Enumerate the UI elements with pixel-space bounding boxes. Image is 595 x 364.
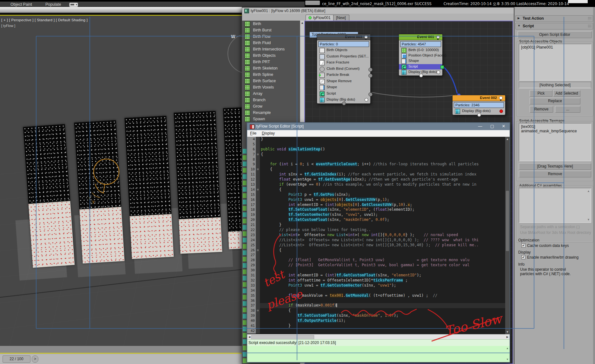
fold-marker[interactable]: ⊟ [256,152,260,157]
time-slider-frame-button[interactable]: 22 / 100 [3,355,30,363]
scroll-down-icon[interactable]: ▼ [505,330,510,334]
depot-item[interactable]: Birth Skeleton [242,65,304,71]
more-options-button[interactable]: ... [555,106,580,113]
depot-item[interactable]: Birth Burst [242,27,304,33]
event-output-port[interactable] [419,74,423,77]
rollout-test-action[interactable]: ▶ Test Action [515,15,593,22]
minimize-button[interactable]: — [475,123,486,130]
operator-row[interactable]: Shape [399,58,442,64]
operator-row[interactable]: Birth Objects [317,48,370,54]
operator-row[interactable]: Face Fracture [317,60,370,66]
fold-marker[interactable]: ⊟ [256,248,260,253]
objects-listbox[interactable]: [obj001] Plane001 [519,44,591,81]
remove-object-button[interactable]: Remove [530,106,553,113]
open-script-editor-button[interactable]: Open Script Editor [518,31,592,38]
list-item[interactable]: [obj001] Plane001 [519,44,591,50]
menu-display[interactable]: Display [262,131,275,136]
operator-output-port[interactable] [368,92,373,96]
menu-file[interactable]: File [250,131,256,136]
operator-row[interactable]: Shape Remove [317,79,370,85]
scroll-right-icon[interactable]: ► [505,335,510,339]
depot-item[interactable]: Birth Surface [242,78,304,84]
depot-item[interactable]: Spawn [242,116,304,122]
assemblies-listbox[interactable]: ▲ ▼ [519,188,591,223]
scroll-left-icon[interactable]: ◄ [247,335,252,339]
depot-item[interactable]: Birth Spline [242,71,304,78]
scroll-up-icon[interactable]: ▲ [300,21,304,25]
script-editor-titlebar[interactable]: tyFlow Script Editor [Script] — ▢ ✕ [247,123,510,130]
event-output-port[interactable] [477,113,481,117]
event-003-node[interactable]: Event 003 Particles: 0 Birth ObjectsCust… [317,34,371,104]
remove-texmap-button[interactable]: Remove [519,171,591,177]
depot-item[interactable]: Birth Intersections [242,46,304,52]
depot-item[interactable]: Birth [242,21,304,27]
next-frame-button[interactable]: > [32,355,38,363]
lightbulb-icon[interactable] [436,35,440,39]
depot-item[interactable]: Birth Flow [242,33,304,40]
event-002-node[interactable]: Event 002 Particles: 2346 Display (Big d… [452,95,506,115]
rollout-script[interactable]: ▼ Script [515,23,593,30]
tyflow-titlebar[interactable]: tyFlow001 : [tyFlow v0.16099 (BETA) Edit… [242,8,514,14]
toolbar-dropdown[interactable]: ▾ [69,3,78,7]
operator-row[interactable]: Cloth Bind (Convert) [317,66,370,73]
operator-output-port[interactable] [368,68,373,72]
scrollbar-thumb[interactable] [251,335,314,340]
time-slider-bar[interactable]: 22 / 100 > [0,354,247,364]
menu-populate[interactable]: Populate [45,2,61,7]
close-button[interactable]: ✕ [498,123,509,130]
replace-button[interactable]: Replace [530,98,580,104]
list-item[interactable]: [tex001] animated_mask_bmpSequence [519,123,591,133]
code-vertical-scrollbar[interactable]: ▲ ▼ [505,137,510,334]
depot-item[interactable]: Birth PRT [242,59,304,65]
depot-item[interactable]: Array [242,90,304,97]
perspective-viewport[interactable]: [ + ] [ Perspective ] [ Standard ] [ Def… [0,16,242,346]
operator-row[interactable]: Particle Break [317,72,370,79]
operator-row[interactable]: Script [399,64,442,69]
scroll-down-icon[interactable]: ▼ [506,358,509,361]
tab-tyflow001[interactable]: tyFlow001 [306,15,334,21]
scroll-up-icon[interactable]: ▲ [506,347,509,350]
depot-item[interactable]: Grow [242,103,304,109]
scroll-up-icon[interactable]: ▲ [587,189,590,193]
viewport-label[interactable]: [ + ] [ Perspective ] [ Standard ] [ Def… [1,18,88,22]
panel-scrollbar[interactable] [593,7,595,364]
marker-drawing-checkbox[interactable]: ✔ [521,255,526,259]
event-001-node[interactable]: Event 001 Particles: 4547 Birth (0-0: 10… [399,34,443,76]
depot-item[interactable]: Branch [242,97,304,103]
operator-row[interactable]: Shape [317,85,370,91]
maximize-button[interactable]: ▢ [487,123,498,130]
pick-button[interactable]: Pick [530,90,552,97]
menu-object-paint[interactable]: Object Paint [10,2,32,7]
display-toggle-dot[interactable] [365,98,368,102]
scroll-down-icon[interactable]: ▼ [587,218,590,221]
fold-marker[interactable]: ⊟ [256,308,260,313]
operator-row[interactable]: Birth (0-0: 100000) [399,48,442,53]
fold-marker[interactable]: ⊟ [256,187,260,192]
texmaps-listbox[interactable]: [tex001] animated_mask_bmpSequence [519,123,591,161]
tab-new[interactable]: [New] [333,15,349,21]
depot-item[interactable]: Birth Voxels [242,84,304,90]
scroll-up-icon[interactable]: ▲ [505,137,510,141]
lightbulb-icon[interactable] [499,96,503,100]
operator-row[interactable]: Custom Properties (SET... [317,54,370,60]
operator-row[interactable]: Script [317,91,370,97]
code-editor-area[interactable]: 4}56public void simulationStep()7⊟{89 fo… [247,137,510,334]
fold-marker[interactable]: ⊟ [256,167,260,172]
operator-output-port[interactable] [368,74,373,78]
add-selected-button[interactable]: Add Selected [553,90,580,97]
event-output-port[interactable] [342,102,346,105]
cache-keys-checkbox[interactable]: ✔ [521,243,526,248]
display-toggle-dot[interactable] [437,70,440,74]
drag-texmaps-button[interactable]: [Drag Texmaps Here] [519,163,591,170]
event-001-header[interactable]: Event 001 [399,34,442,40]
depot-item[interactable]: Resample [242,109,304,116]
scrollbar-thumb[interactable] [506,191,509,251]
depot-item[interactable]: Birth Objects [242,52,304,59]
event-003-header[interactable]: Event 003 [317,34,370,40]
display-toggle-dot[interactable] [499,109,503,113]
operator-output-port[interactable] [440,65,444,69]
depot-item[interactable]: Birth Fluid [242,40,304,46]
lightbulb-icon[interactable] [364,35,368,39]
operator-row[interactable]: Position Object (Faces) [399,53,442,58]
event-002-header[interactable]: Event 002 [453,95,505,101]
